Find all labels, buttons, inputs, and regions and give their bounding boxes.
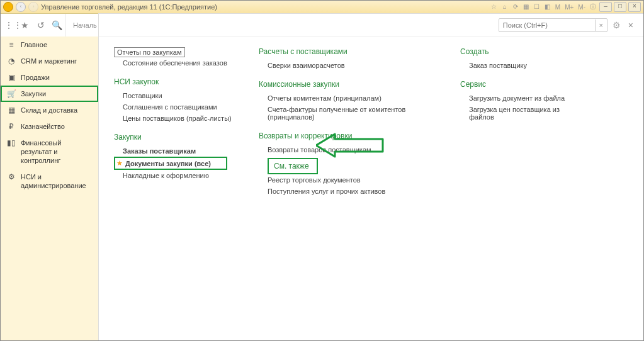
gear-icon: ⚙ [7, 172, 16, 181]
tb-calendar-icon[interactable]: ☐ [533, 3, 541, 11]
link-commission-reports[interactable]: Отчеты комитентам (принципалам) [259, 92, 435, 104]
sidebar-item-label: Склад и доставка [21, 106, 92, 115]
link-orders[interactable]: Заказы поставщикам [114, 145, 240, 157]
panel-content: Отчеты по закупкам Состояние обеспечения… [99, 37, 643, 207]
panel-top: × ⚙ × [99, 14, 643, 37]
app-window: ‹ › Управление торговлей, редакция 11 (1… [0, 0, 644, 341]
titlebar-right: ☆ ⌂ ⟳ ▦ ☐ ◧ M M+ M- ⓘ – □ × [490, 2, 641, 12]
link-prices[interactable]: Цены поставщиков (прайс-листы) [114, 113, 240, 124]
link-all-documents: Документы закупки (все) [125, 160, 211, 167]
sidebar-item-warehouse[interactable]: ▦ Склад и доставка [1, 102, 98, 118]
sidebar-item-label: Казначейство [21, 122, 92, 131]
box-icon: ▦ [7, 106, 16, 115]
group-returns: Возвраты и корректировки [259, 131, 435, 140]
link-services-receipt[interactable]: Поступления услуг и прочих активов [259, 186, 435, 197]
grid-icon[interactable]: ⋮⋮⋮ [4, 20, 14, 30]
link-reports[interactable]: Отчеты по закупкам [114, 47, 185, 57]
tb-sync-icon[interactable]: ⟳ [511, 3, 520, 11]
menu-icon: ≡ [7, 40, 16, 49]
group-commission: Комиссионные закупки [259, 80, 435, 89]
ruble-icon: ₽ [7, 122, 16, 131]
tb-m[interactable]: M [554, 4, 562, 11]
group-create: Создать [460, 47, 586, 56]
sidebar-item-finance[interactable]: ▮▯ Финансовый результат и контроллинг [1, 135, 98, 169]
link-suppliers[interactable]: Поставщики [114, 90, 240, 101]
search-input[interactable] [499, 20, 595, 31]
tb-mplus[interactable]: M+ [563, 4, 575, 11]
nav-fwd-icon[interactable]: › [28, 2, 38, 12]
tb-mminus[interactable]: M- [577, 4, 587, 11]
window-minimize[interactable]: – [599, 2, 612, 12]
sidebar-item-label: CRM и маркетинг [21, 57, 92, 65]
cart-icon: 🛒 [7, 89, 16, 98]
link-invoices-received[interactable]: Счета-фактуры полученные от комитентов (… [259, 104, 435, 123]
section-panel: × ⚙ × Отчеты по закупкам Состояние обесп… [98, 13, 643, 340]
sidebar-item-label: Финансовый результат и контроллинг [21, 138, 92, 165]
sidebar-item-label: Главное [21, 40, 92, 49]
history-icon[interactable]: ↺ [36, 20, 46, 30]
tb-link-icon[interactable]: ◧ [543, 3, 552, 11]
sidebar-item-crm[interactable]: ◔ CRM и маркетинг [1, 53, 98, 69]
group-nsi: НСИ закупок [114, 77, 240, 86]
link-agreements[interactable]: Соглашения с поставщиками [114, 101, 240, 113]
tb-fav-icon[interactable]: ☆ [490, 3, 499, 11]
highlight-documents[interactable]: ★ Документы закупки (все) [114, 157, 227, 170]
search-clear-icon[interactable]: × [595, 20, 607, 31]
start-page-label: Началь [73, 21, 97, 29]
window-close[interactable]: × [628, 2, 641, 12]
col-3: Создать Заказ поставщику Сервис Загрузит… [460, 47, 586, 123]
sidebar-item-sales[interactable]: ▣ Продажи [1, 69, 98, 86]
col-2: Расчеты с поставщиками Сверки взаиморасч… [259, 47, 435, 197]
sidebar-item-purchases[interactable]: 🛒 Закупки [1, 86, 98, 102]
app-title: Управление торговлей, редакция 11 (1С:Пр… [41, 3, 217, 11]
body: ≡ Главное ◔ CRM и маркетинг ▣ Продажи 🛒 … [1, 36, 643, 340]
tb-help-icon[interactable]: ⓘ [589, 3, 597, 11]
bag-icon: ▣ [7, 73, 16, 82]
sidebar-item-admin[interactable]: ⚙ НСИ и администрирование [1, 169, 98, 194]
group-purchases: Закупки [114, 133, 240, 142]
app-icon [3, 2, 13, 12]
link-trade-registry[interactable]: Реестр торговых документов [259, 174, 435, 186]
toolbar-left-box: ⋮⋮⋮ ★ ↺ 🔍 [1, 14, 65, 36]
panel-close-icon[interactable]: × [626, 20, 636, 30]
titlebar: ‹ › Управление торговлей, редакция 11 (1… [1, 1, 643, 14]
sidebar-item-treasury[interactable]: ₽ Казначейство [1, 118, 98, 135]
pie-icon: ◔ [7, 57, 16, 65]
sidebar: ≡ Главное ◔ CRM и маркетинг ▣ Продажи 🛒 … [1, 36, 99, 340]
sidebar-item-label: Продажи [21, 73, 92, 82]
link-create-order[interactable]: Заказ поставщику [460, 60, 586, 71]
link-load-prices[interactable]: Загрузка цен поставщика из файлов [460, 104, 586, 123]
col-1: Отчеты по закупкам Состояние обеспечения… [114, 47, 240, 181]
titlebar-left: ‹ › Управление торговлей, редакция 11 (1… [3, 2, 217, 12]
sidebar-item-label: Закупки [21, 89, 92, 98]
group-settlements: Расчеты с поставщиками [259, 47, 435, 56]
window-maximize[interactable]: □ [614, 2, 626, 12]
sidebar-item-label: НСИ и администрирование [21, 172, 92, 190]
panel-settings-icon[interactable]: ⚙ [613, 20, 621, 30]
star-icon: ★ [116, 159, 123, 167]
link-reconciliation[interactable]: Сверки взаиморасчетов [259, 60, 435, 71]
group-see-also: См. также [268, 158, 318, 174]
group-service: Сервис [460, 80, 586, 89]
link-supply-status[interactable]: Состояние обеспечения заказов [114, 57, 240, 69]
tb-calc-icon[interactable]: ▦ [522, 3, 531, 11]
chart-icon: ▮▯ [7, 138, 16, 147]
search-box: × [499, 18, 607, 32]
star-icon[interactable]: ★ [20, 20, 30, 30]
tb-history-icon[interactable]: ⌂ [500, 3, 509, 11]
nav-back-icon[interactable]: ‹ [16, 2, 26, 12]
link-returns[interactable]: Возвраты товаров поставщикам [259, 144, 435, 155]
link-load-doc[interactable]: Загрузить документ из файла [460, 92, 586, 104]
link-invoices-pending[interactable]: Накладные к оформлению [114, 170, 240, 181]
search-icon[interactable]: 🔍 [52, 20, 62, 30]
sidebar-item-main[interactable]: ≡ Главное [1, 36, 98, 53]
